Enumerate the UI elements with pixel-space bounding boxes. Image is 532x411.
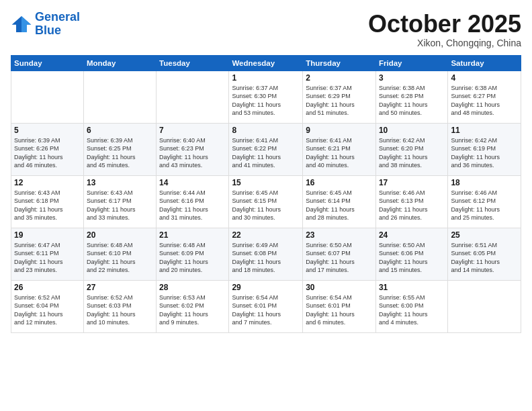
day-info: Sunrise: 6:46 AM Sunset: 6:12 PM Dayligh…: [451, 189, 518, 222]
header-monday: Monday: [83, 55, 156, 71]
table-cell: 10Sunrise: 6:42 AM Sunset: 6:20 PM Dayli…: [375, 123, 447, 175]
table-cell: 7Sunrise: 6:40 AM Sunset: 6:23 PM Daylig…: [157, 123, 229, 175]
day-number: 16: [306, 178, 373, 187]
day-info: Sunrise: 6:40 AM Sunset: 6:23 PM Dayligh…: [159, 136, 226, 170]
day-info: Sunrise: 6:46 AM Sunset: 6:13 PM Dayligh…: [379, 189, 445, 222]
page: General Blue October 2025 Xikon, Chongqi…: [0, 0, 532, 411]
day-number: 13: [87, 178, 153, 187]
table-cell: 1Sunrise: 6:37 AM Sunset: 6:30 PM Daylig…: [229, 71, 303, 123]
day-number: 2: [306, 73, 373, 83]
day-info: Sunrise: 6:47 AM Sunset: 6:11 PM Dayligh…: [14, 241, 81, 275]
table-cell: 28Sunrise: 6:53 AM Sunset: 6:02 PM Dayli…: [157, 280, 229, 332]
location-subtitle: Xikon, Chongqing, China: [368, 38, 521, 48]
day-info: Sunrise: 6:43 AM Sunset: 6:17 PM Dayligh…: [87, 189, 153, 222]
logo-line1: General: [35, 10, 80, 24]
table-cell: 19Sunrise: 6:47 AM Sunset: 6:11 PM Dayli…: [11, 228, 84, 280]
logo-line2: Blue: [35, 24, 61, 37]
day-number: 24: [379, 230, 445, 240]
day-info: Sunrise: 6:44 AM Sunset: 6:16 PM Dayligh…: [159, 189, 226, 222]
day-number: 19: [14, 230, 81, 240]
day-number: 10: [379, 126, 445, 135]
table-cell: [157, 71, 229, 123]
day-info: Sunrise: 6:37 AM Sunset: 6:29 PM Dayligh…: [306, 84, 373, 118]
day-number: 1: [232, 73, 300, 83]
table-cell: [448, 280, 521, 332]
table-cell: 26Sunrise: 6:52 AM Sunset: 6:04 PM Dayli…: [11, 280, 84, 332]
week-row-4: 26Sunrise: 6:52 AM Sunset: 6:04 PM Dayli…: [11, 280, 521, 332]
day-number: 27: [87, 283, 153, 292]
day-info: Sunrise: 6:52 AM Sunset: 6:04 PM Dayligh…: [14, 293, 81, 327]
day-info: Sunrise: 6:38 AM Sunset: 6:28 PM Dayligh…: [379, 84, 445, 118]
table-cell: 21Sunrise: 6:48 AM Sunset: 6:09 PM Dayli…: [157, 228, 229, 280]
day-info: Sunrise: 6:41 AM Sunset: 6:22 PM Dayligh…: [232, 136, 300, 170]
table-cell: 29Sunrise: 6:54 AM Sunset: 6:01 PM Dayli…: [229, 280, 303, 332]
day-number: 12: [14, 178, 81, 187]
table-cell: [83, 71, 156, 123]
day-info: Sunrise: 6:42 AM Sunset: 6:20 PM Dayligh…: [379, 136, 445, 170]
table-cell: 27Sunrise: 6:52 AM Sunset: 6:03 PM Dayli…: [83, 280, 156, 332]
logo: General Blue: [11, 11, 80, 38]
table-cell: 30Sunrise: 6:54 AM Sunset: 6:01 PM Dayli…: [303, 280, 376, 332]
table-cell: 6Sunrise: 6:39 AM Sunset: 6:25 PM Daylig…: [83, 123, 156, 175]
table-cell: 25Sunrise: 6:51 AM Sunset: 6:05 PM Dayli…: [448, 228, 521, 280]
day-number: 22: [232, 230, 300, 240]
table-cell: 17Sunrise: 6:46 AM Sunset: 6:13 PM Dayli…: [375, 175, 447, 228]
day-number: 26: [14, 283, 81, 292]
day-info: Sunrise: 6:48 AM Sunset: 6:09 PM Dayligh…: [159, 241, 226, 275]
day-info: Sunrise: 6:38 AM Sunset: 6:27 PM Dayligh…: [451, 84, 518, 118]
day-number: 25: [451, 230, 518, 240]
day-number: 7: [159, 126, 226, 135]
day-info: Sunrise: 6:39 AM Sunset: 6:25 PM Dayligh…: [87, 136, 153, 170]
table-cell: 2Sunrise: 6:37 AM Sunset: 6:29 PM Daylig…: [303, 71, 376, 123]
table-cell: 24Sunrise: 6:50 AM Sunset: 6:06 PM Dayli…: [375, 228, 447, 280]
table-cell: 18Sunrise: 6:46 AM Sunset: 6:12 PM Dayli…: [448, 175, 521, 228]
day-info: Sunrise: 6:50 AM Sunset: 6:07 PM Dayligh…: [306, 241, 373, 275]
week-row-0: 1Sunrise: 6:37 AM Sunset: 6:30 PM Daylig…: [11, 71, 521, 123]
day-number: 30: [306, 283, 373, 292]
day-info: Sunrise: 6:55 AM Sunset: 6:00 PM Dayligh…: [379, 293, 445, 327]
table-cell: 20Sunrise: 6:48 AM Sunset: 6:10 PM Dayli…: [83, 228, 156, 280]
day-number: 17: [379, 178, 445, 187]
table-cell: 13Sunrise: 6:43 AM Sunset: 6:17 PM Dayli…: [83, 175, 156, 228]
day-info: Sunrise: 6:39 AM Sunset: 6:26 PM Dayligh…: [14, 136, 81, 170]
table-cell: [11, 71, 84, 123]
day-info: Sunrise: 6:37 AM Sunset: 6:30 PM Dayligh…: [232, 84, 300, 118]
day-number: 23: [306, 230, 373, 240]
day-info: Sunrise: 6:53 AM Sunset: 6:02 PM Dayligh…: [159, 293, 226, 327]
day-info: Sunrise: 6:41 AM Sunset: 6:21 PM Dayligh…: [306, 136, 373, 170]
table-cell: 4Sunrise: 6:38 AM Sunset: 6:27 PM Daylig…: [448, 71, 521, 123]
header-saturday: Saturday: [448, 55, 521, 71]
day-info: Sunrise: 6:45 AM Sunset: 6:14 PM Dayligh…: [306, 189, 373, 222]
table-cell: 11Sunrise: 6:42 AM Sunset: 6:19 PM Dayli…: [448, 123, 521, 175]
day-info: Sunrise: 6:43 AM Sunset: 6:18 PM Dayligh…: [14, 189, 81, 222]
day-info: Sunrise: 6:49 AM Sunset: 6:08 PM Dayligh…: [232, 241, 300, 275]
header-wednesday: Wednesday: [229, 55, 303, 71]
table-cell: 8Sunrise: 6:41 AM Sunset: 6:22 PM Daylig…: [229, 123, 303, 175]
table-cell: 3Sunrise: 6:38 AM Sunset: 6:28 PM Daylig…: [375, 71, 447, 123]
day-number: 8: [232, 126, 300, 135]
day-info: Sunrise: 6:52 AM Sunset: 6:03 PM Dayligh…: [87, 293, 153, 327]
svg-marker-1: [21, 16, 31, 32]
table-cell: 31Sunrise: 6:55 AM Sunset: 6:00 PM Dayli…: [375, 280, 447, 332]
day-info: Sunrise: 6:54 AM Sunset: 6:01 PM Dayligh…: [232, 293, 300, 327]
day-number: 4: [451, 73, 518, 83]
day-number: 21: [159, 230, 226, 240]
calendar: Sunday Monday Tuesday Wednesday Thursday…: [11, 55, 521, 333]
table-cell: 14Sunrise: 6:44 AM Sunset: 6:16 PM Dayli…: [157, 175, 229, 228]
day-info: Sunrise: 6:54 AM Sunset: 6:01 PM Dayligh…: [306, 293, 373, 327]
table-cell: 15Sunrise: 6:45 AM Sunset: 6:15 PM Dayli…: [229, 175, 303, 228]
day-info: Sunrise: 6:51 AM Sunset: 6:05 PM Dayligh…: [451, 241, 518, 275]
table-cell: 5Sunrise: 6:39 AM Sunset: 6:26 PM Daylig…: [11, 123, 84, 175]
logo-icon: [11, 15, 32, 34]
week-row-2: 12Sunrise: 6:43 AM Sunset: 6:18 PM Dayli…: [11, 175, 521, 228]
month-title: October 2025: [368, 11, 521, 38]
day-number: 20: [87, 230, 153, 240]
day-info: Sunrise: 6:45 AM Sunset: 6:15 PM Dayligh…: [232, 189, 300, 222]
header-tuesday: Tuesday: [157, 55, 229, 71]
week-row-3: 19Sunrise: 6:47 AM Sunset: 6:11 PM Dayli…: [11, 228, 521, 280]
day-number: 3: [379, 73, 445, 83]
header-thursday: Thursday: [303, 55, 376, 71]
title-block: October 2025 Xikon, Chongqing, China: [368, 11, 521, 48]
table-cell: 23Sunrise: 6:50 AM Sunset: 6:07 PM Dayli…: [303, 228, 376, 280]
day-number: 6: [87, 126, 153, 135]
